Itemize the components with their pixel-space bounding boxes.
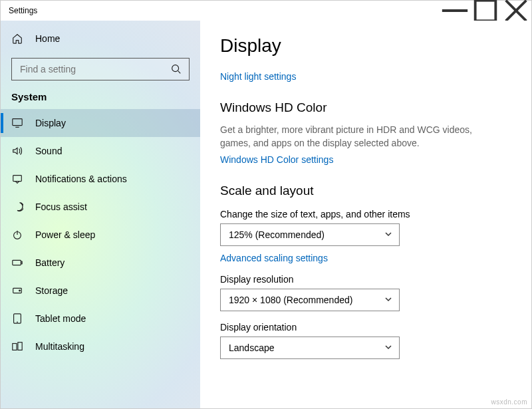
sidebar-item-sound[interactable]: Sound: [1, 137, 200, 165]
close-button[interactable]: [501, 1, 531, 21]
orientation-value: Landscape: [229, 342, 275, 353]
orientation-label: Display orientation: [220, 322, 511, 333]
sidebar-item-label: Multitasking: [35, 341, 84, 352]
sidebar-item-label: Battery: [35, 257, 65, 268]
sidebar-home[interactable]: Home: [1, 25, 200, 53]
main-panel: Display Night light settings Windows HD …: [200, 21, 531, 408]
advanced-scaling-link[interactable]: Advanced scaling settings: [220, 253, 511, 263]
text-size-label: Change the size of text, apps, and other…: [220, 209, 511, 219]
sound-icon: [11, 145, 23, 157]
sidebar-item-tablet[interactable]: Tablet mode: [1, 305, 200, 333]
svg-rect-12: [21, 261, 22, 264]
sidebar-item-battery[interactable]: Battery: [1, 249, 200, 277]
svg-rect-6: [13, 119, 22, 126]
sidebar-home-label: Home: [35, 33, 60, 44]
titlebar: Settings: [1, 1, 531, 21]
focus-icon: [11, 201, 23, 213]
search-icon: [170, 63, 182, 75]
hd-color-desc: Get a brighter, more vibrant picture in …: [220, 123, 473, 150]
resolution-select[interactable]: 1920 × 1080 (Recommended): [220, 289, 400, 311]
svg-rect-17: [13, 344, 17, 350]
sidebar-item-label: Power & sleep: [35, 229, 95, 240]
chevron-down-icon: [384, 229, 392, 240]
sidebar: Home System DisplaySoundNotifications & …: [1, 21, 200, 408]
power-icon: [11, 229, 23, 241]
page-title: Display: [220, 35, 511, 57]
sidebar-item-label: Focus assist: [35, 202, 87, 212]
hd-color-link[interactable]: Windows HD Color settings: [220, 154, 511, 165]
sidebar-item-power[interactable]: Power & sleep: [1, 221, 200, 249]
orientation-select[interactable]: Landscape: [220, 337, 400, 359]
sidebar-category: System: [1, 87, 200, 109]
notifications-icon: [11, 173, 23, 185]
search-field[interactable]: [19, 63, 165, 75]
night-light-link[interactable]: Night light settings: [220, 71, 511, 82]
tablet-icon: [11, 313, 23, 325]
svg-line-5: [178, 71, 181, 74]
multitasking-icon: [11, 341, 23, 352]
svg-rect-1: [475, 1, 496, 21]
svg-rect-11: [13, 260, 21, 265]
svg-rect-8: [13, 176, 22, 182]
sidebar-item-label: Display: [35, 118, 66, 128]
svg-point-4: [172, 65, 179, 72]
svg-point-14: [19, 290, 21, 291]
window-title: Settings: [9, 6, 440, 15]
sidebar-item-notifications[interactable]: Notifications & actions: [1, 165, 200, 193]
sidebar-item-label: Storage: [35, 285, 68, 296]
search-input[interactable]: [11, 58, 190, 80]
sidebar-item-multitasking[interactable]: Multitasking: [1, 333, 200, 360]
battery-icon: [11, 257, 23, 269]
sidebar-item-label: Sound: [35, 146, 62, 156]
resolution-value: 1920 × 1080 (Recommended): [229, 295, 352, 305]
text-size-select[interactable]: 125% (Recommended): [220, 223, 400, 246]
resolution-label: Display resolution: [220, 274, 511, 285]
chevron-down-icon: [384, 295, 392, 305]
scale-heading: Scale and layout: [220, 184, 511, 198]
sidebar-item-storage[interactable]: Storage: [1, 277, 200, 305]
minimize-button[interactable]: [440, 1, 470, 21]
text-size-value: 125% (Recommended): [229, 229, 325, 240]
chevron-down-icon: [384, 342, 392, 353]
home-icon: [11, 33, 23, 45]
display-icon: [11, 117, 23, 129]
storage-icon: [11, 285, 23, 297]
sidebar-item-label: Notifications & actions: [35, 174, 127, 184]
sidebar-item-display[interactable]: Display: [1, 109, 200, 137]
maximize-button[interactable]: [470, 1, 501, 21]
hd-color-heading: Windows HD Color: [220, 100, 511, 115]
svg-rect-18: [18, 342, 22, 350]
watermark: wsxdn.com: [491, 398, 527, 406]
sidebar-item-focus[interactable]: Focus assist: [1, 193, 200, 221]
sidebar-item-label: Tablet mode: [35, 313, 86, 324]
